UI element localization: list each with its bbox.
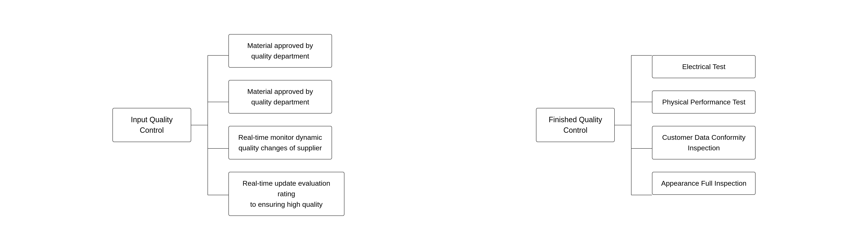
finished-qc-root: Finished Quality Control bbox=[536, 108, 615, 142]
input-qc-branch-4: Real-time update evaluation ratingto ens… bbox=[228, 172, 344, 216]
input-qc-branch-3: Real-time monitor dynamicquality changes… bbox=[228, 126, 332, 159]
input-qc-label: Input Quality Control bbox=[131, 115, 173, 134]
input-qc-diagram: Input Quality Control Material approved … bbox=[113, 28, 344, 222]
branch-item-3: Real-time monitor dynamicquality changes… bbox=[228, 126, 344, 159]
finished-qc-label: Finished Quality Control bbox=[549, 115, 602, 134]
input-qc-connector bbox=[191, 32, 228, 218]
input-qc-branch-2: Material approved byquality department bbox=[228, 80, 332, 113]
finished-branch-item-4: Appearance Full Inspection bbox=[652, 172, 755, 195]
input-qc-branch-1: Material approved byquality department bbox=[228, 34, 332, 68]
finished-qc-diagram: Finished Quality Control Electrical Test bbox=[536, 32, 755, 218]
branch-item-4: Real-time update evaluation ratingto ens… bbox=[228, 172, 344, 216]
finished-qc-branch-2: Physical Performance Test bbox=[652, 91, 755, 113]
finished-qc-branch-4: Appearance Full Inspection bbox=[652, 172, 755, 195]
finished-qc-branch-3: Customer Data ConformityInspection bbox=[652, 126, 755, 159]
finished-branch-item-2: Physical Performance Test bbox=[652, 91, 755, 113]
main-container: Input Quality Control Material approved … bbox=[0, 0, 868, 250]
finished-qc-branches: Electrical Test Physical Performance Tes… bbox=[652, 49, 755, 201]
finished-branch-item-1: Electrical Test bbox=[652, 55, 755, 78]
input-qc-branches: Material approved byquality department M… bbox=[228, 28, 344, 222]
finished-qc-connector bbox=[615, 32, 652, 218]
finished-qc-branch-1: Electrical Test bbox=[652, 55, 755, 78]
input-qc-root: Input Quality Control bbox=[113, 108, 191, 142]
branch-item-2: Material approved byquality department bbox=[228, 80, 344, 113]
finished-branch-item-3: Customer Data ConformityInspection bbox=[652, 126, 755, 159]
branch-item-1: Material approved byquality department bbox=[228, 34, 344, 68]
